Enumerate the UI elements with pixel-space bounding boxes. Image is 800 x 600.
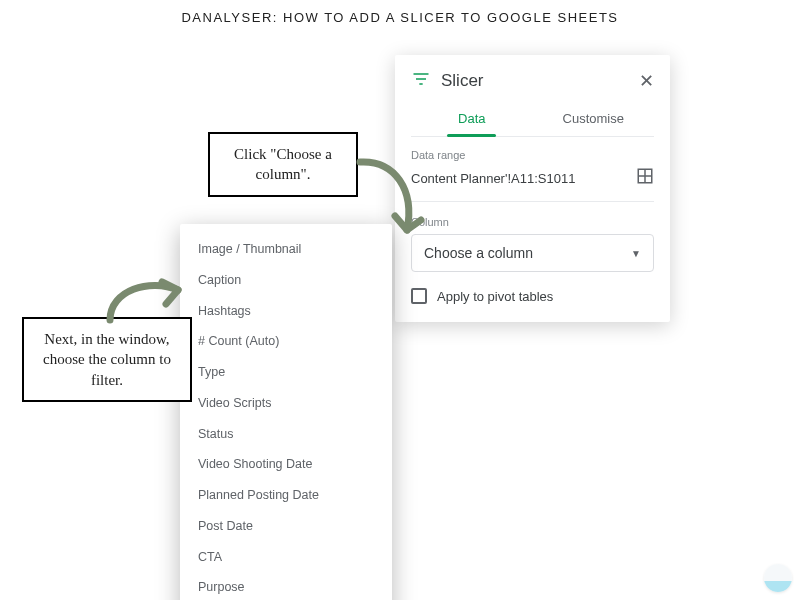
apply-pivot-label: Apply to pivot tables	[437, 289, 553, 304]
list-item[interactable]: Purpose	[180, 572, 392, 600]
watermark-icon	[764, 564, 792, 592]
list-item[interactable]: Video Scripts	[180, 388, 392, 419]
data-range-row: Content Planner'!A11:S1011	[411, 167, 654, 202]
filter-icon	[411, 69, 431, 93]
apply-pivot-checkbox[interactable]	[411, 288, 427, 304]
choose-column-dropdown[interactable]: Choose a column ▼	[411, 234, 654, 272]
chevron-down-icon: ▼	[631, 248, 641, 259]
list-item[interactable]: Caption	[180, 265, 392, 296]
column-label: Column	[411, 216, 654, 228]
callout-step2: Next, in the window, choose the column t…	[22, 317, 192, 402]
list-item[interactable]: Image / Thumbnail	[180, 234, 392, 265]
list-item[interactable]: Hashtags	[180, 296, 392, 327]
close-icon[interactable]: ✕	[639, 72, 654, 90]
list-item[interactable]: Status	[180, 419, 392, 450]
data-range-value: Content Planner'!A11:S1011	[411, 171, 575, 186]
slicer-title: Slicer	[441, 71, 484, 91]
slicer-title-wrap: Slicer	[411, 69, 484, 93]
tab-customise[interactable]: Customise	[533, 103, 655, 136]
data-range-label: Data range	[411, 149, 654, 161]
slicer-panel: Slicer ✕ Data Customise Data range Conte…	[395, 55, 670, 322]
slicer-tabs: Data Customise	[411, 103, 654, 137]
page-title: DANALYSER: HOW TO ADD A SLICER TO GOOGLE…	[0, 10, 800, 25]
column-list: Image / Thumbnail Caption Hashtags # Cou…	[180, 224, 392, 600]
apply-pivot-row[interactable]: Apply to pivot tables	[411, 288, 654, 304]
list-item[interactable]: CTA	[180, 542, 392, 573]
tab-data[interactable]: Data	[411, 103, 533, 136]
dropdown-value: Choose a column	[424, 245, 533, 261]
slicer-header: Slicer ✕	[411, 69, 654, 93]
list-item[interactable]: Planned Posting Date	[180, 480, 392, 511]
list-item[interactable]: # Count (Auto)	[180, 326, 392, 357]
list-item[interactable]: Post Date	[180, 511, 392, 542]
list-item[interactable]: Type	[180, 357, 392, 388]
list-item[interactable]: Video Shooting Date	[180, 449, 392, 480]
select-range-icon[interactable]	[636, 167, 654, 189]
callout-step1: Click "Choose a column".	[208, 132, 358, 197]
